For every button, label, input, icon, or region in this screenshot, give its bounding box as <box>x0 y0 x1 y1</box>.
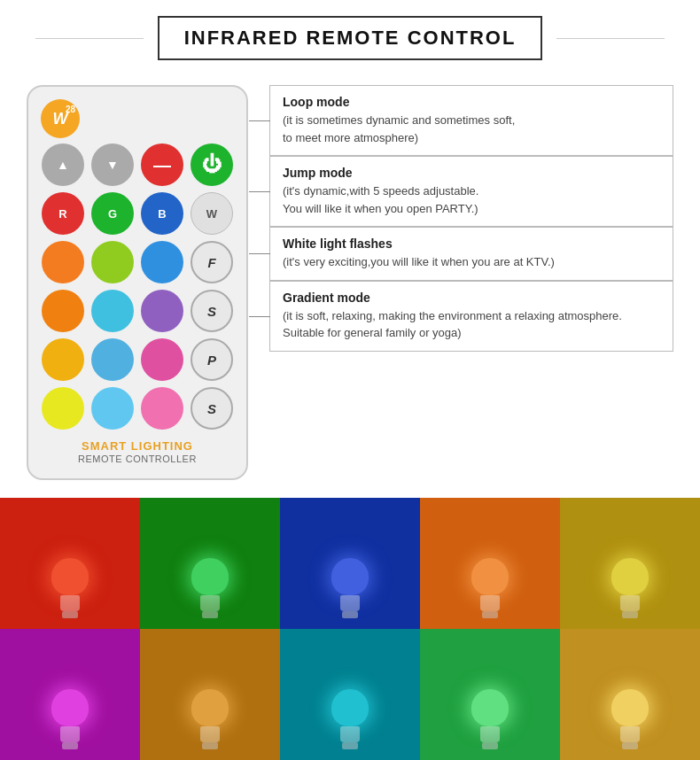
party-p-icon: P <box>207 353 216 368</box>
b-button[interactable]: B <box>141 192 183 235</box>
color-aqua-button[interactable] <box>91 387 134 430</box>
color-cell-1 <box>140 498 280 629</box>
brightness-down-button[interactable] <box>91 143 134 186</box>
remote-row-5: P <box>42 338 233 381</box>
white-flash-desc: (it's very exciting,you will like it whe… <box>283 253 660 271</box>
strobe-s2-icon: S <box>207 401 216 416</box>
gradient-mode-desc: (it is soft, relaxing, making the enviro… <box>283 307 660 342</box>
color-cell-2 <box>280 498 420 629</box>
color-cell-7 <box>280 629 420 760</box>
color-purple-button[interactable] <box>141 290 183 332</box>
arrow-down-icon <box>106 158 119 172</box>
loop-mode-title: Loop mode <box>283 95 660 109</box>
color-cell-3 <box>420 498 560 629</box>
r-button[interactable]: R <box>42 192 84 235</box>
white-flash-title: White light flashes <box>283 237 660 251</box>
flash-f-button[interactable]: F <box>191 241 233 283</box>
header-title: INFRARED REMOTE CONTROL <box>184 27 517 49</box>
header-box: INFRARED REMOTE CONTROL <box>158 16 543 60</box>
info-box-loop: Loop mode (it is sometimes dynamic and s… <box>269 85 673 156</box>
w-button[interactable]: W <box>191 192 233 235</box>
gradient-mode-title: Gradient mode <box>283 291 660 305</box>
badge-number: 28 <box>66 105 75 114</box>
party-p-button[interactable]: P <box>191 338 233 381</box>
connector-line-1 <box>249 120 270 121</box>
info-box-white-flash: White light flashes (it's very exciting,… <box>269 227 673 281</box>
smooth-s-icon: S <box>207 304 216 319</box>
remote-badge: W 28 <box>41 99 80 138</box>
info-box-gradient: Gradient mode (it is soft, relaxing, mak… <box>269 281 673 352</box>
color-pink-button[interactable] <box>141 338 183 381</box>
color-cell-5 <box>0 629 140 760</box>
color-cell-8 <box>420 629 560 760</box>
color-yellow-button[interactable] <box>42 387 84 430</box>
color-hotpink-button[interactable] <box>141 387 183 430</box>
header-section: INFRARED REMOTE CONTROL <box>0 0 700 76</box>
remote-row-3: F <box>42 241 233 283</box>
remote-label-top: SMART LIGHTING <box>82 439 193 453</box>
color-cell-9 <box>560 629 700 760</box>
color-cell-6 <box>140 629 280 760</box>
color-lime-button[interactable] <box>91 241 134 283</box>
color-cell-4 <box>560 498 700 629</box>
remote-row-2: R G B W <box>42 192 233 235</box>
smooth-s-button[interactable]: S <box>191 290 233 332</box>
remote-label-bottom: REMOTE CONTROLLER <box>78 454 197 464</box>
connector-line-3 <box>249 253 270 254</box>
header-line-left <box>35 38 144 39</box>
color-cell-0 <box>0 498 140 629</box>
info-box-jump: Jump mode (it's dynamic,with 5 speeds ad… <box>269 156 673 227</box>
power-button[interactable]: ⏻ <box>191 143 233 186</box>
color-amber-button[interactable] <box>42 338 84 381</box>
connector-line-2 <box>249 191 270 192</box>
middle-section: W 28 — ⏻ R G B W <box>0 76 700 498</box>
connector-line-4 <box>249 316 270 317</box>
arrow-up-icon <box>57 158 69 172</box>
g-button[interactable]: G <box>91 192 134 235</box>
strobe-s2-button[interactable]: S <box>191 387 233 430</box>
minus-icon: — <box>153 155 171 175</box>
power-icon: ⏻ <box>202 153 222 176</box>
header-line-right <box>556 38 665 39</box>
remote-row-1: — ⏻ <box>42 143 233 186</box>
color-cyan-button[interactable] <box>91 290 134 332</box>
jump-mode-title: Jump mode <box>283 166 660 180</box>
color-skyblue-button[interactable] <box>141 241 183 283</box>
brightness-up-button[interactable] <box>42 143 84 186</box>
color-grid <box>0 498 700 760</box>
loop-mode-desc: (it is sometimes dynamic and sometimes s… <box>283 112 660 146</box>
color-lightblue-button[interactable] <box>91 338 134 381</box>
minus-button[interactable]: — <box>141 143 183 186</box>
info-boxes: Loop mode (it is sometimes dynamic and s… <box>269 85 673 352</box>
remote-row-6: S <box>42 387 233 430</box>
flash-f-icon: F <box>207 255 215 270</box>
color-darkorange-button[interactable] <box>42 290 84 332</box>
jump-mode-desc: (it's dynamic,with 5 speeds adjustable.Y… <box>283 182 660 217</box>
remote-controller: W 28 — ⏻ R G B W <box>27 85 248 480</box>
remote-row-4: S <box>42 290 233 332</box>
color-orange-button[interactable] <box>42 241 84 283</box>
